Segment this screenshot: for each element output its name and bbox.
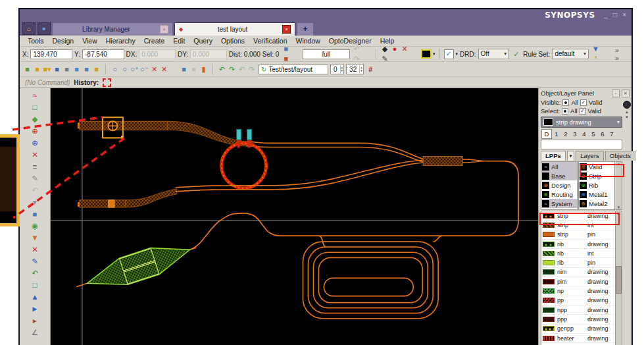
bookmark-icon[interactable]: ▮ bbox=[199, 65, 209, 74]
x-coordinate-field[interactable]: 139.470 bbox=[30, 49, 72, 59]
menu-item[interactable]: Tools bbox=[24, 36, 48, 45]
flip-v-tool-icon[interactable]: ▲ bbox=[30, 292, 40, 302]
pen-tool-icon[interactable]: ✎ bbox=[30, 256, 40, 267]
select-all-radio[interactable] bbox=[562, 108, 568, 115]
lpp-group-system[interactable]: ≈ System bbox=[541, 199, 577, 208]
snap-caret-icon[interactable]: ▾ bbox=[456, 51, 458, 57]
panel-left-icon[interactable]: ■ bbox=[179, 65, 189, 74]
copy-tool-icon[interactable]: □ bbox=[30, 280, 40, 290]
group-scrollbar[interactable]: ▲ ▼ bbox=[616, 161, 622, 210]
layer-row[interactable]: genpp drawing bbox=[541, 325, 615, 334]
port-tool-icon[interactable]: ⊕ bbox=[30, 126, 40, 136]
layer-row[interactable]: strip int bbox=[541, 221, 615, 230]
marker-icon[interactable]: ● bbox=[390, 44, 400, 54]
menu-item[interactable]: Hierarchy bbox=[102, 36, 139, 45]
lpp-filter-metal2[interactable]: ⊕ Metal2 bbox=[579, 199, 614, 208]
delete-tool-icon[interactable]: ✕ bbox=[30, 244, 40, 255]
polygon-tool-icon[interactable]: ◆ bbox=[30, 114, 40, 124]
depth-spinner[interactable]: 32 ▴▾ bbox=[346, 64, 364, 74]
array-tool-icon[interactable]: ⊕ bbox=[30, 138, 40, 148]
fit-tool-icon[interactable]: ✕ bbox=[30, 149, 40, 160]
minimize-button[interactable]: _ bbox=[605, 12, 608, 18]
rule-set-combo[interactable]: default ▾ bbox=[552, 49, 589, 59]
rail-down-icon[interactable]: ▼ bbox=[625, 115, 629, 119]
grid-icon[interactable]: # bbox=[366, 65, 376, 74]
new-tab-button[interactable]: + bbox=[297, 23, 313, 36]
layer-row[interactable]: strip pin bbox=[541, 230, 615, 240]
home-icon[interactable]: ⌂ bbox=[22, 22, 36, 35]
lpp-filter-strip[interactable]: ⊕ Strip bbox=[579, 171, 614, 180]
lpp-group-design[interactable]: ⊕ Design bbox=[541, 180, 577, 190]
panel-right-icon[interactable]: ■ bbox=[189, 65, 199, 74]
layer-row[interactable]: ppp drawing bbox=[541, 315, 615, 324]
tab-lpps[interactable]: LPPs bbox=[541, 151, 566, 161]
layer-row[interactable]: npp drawing bbox=[541, 305, 615, 315]
y-coordinate-field[interactable]: -87.540 bbox=[82, 49, 124, 59]
rect-tool-icon[interactable]: □ bbox=[30, 102, 40, 113]
hierarchy-level-spinner[interactable]: 0 ▴▾ bbox=[330, 64, 344, 74]
lpp-group-routing[interactable]: ⊕ Routing bbox=[541, 190, 577, 199]
display-level-button[interactable]: 2 bbox=[561, 130, 570, 138]
maximize-button[interactable]: □ bbox=[613, 12, 617, 18]
pick-tool-icon[interactable]: ◆ bbox=[380, 44, 390, 54]
active-layer-swatch[interactable]: ▾ bbox=[421, 49, 435, 59]
save-icon[interactable]: ■ bbox=[52, 65, 62, 74]
fit-selection-icon[interactable]: ✕ bbox=[400, 44, 410, 54]
tools-icon[interactable]: ■ bbox=[91, 65, 101, 74]
label-tool-icon[interactable]: ≡ bbox=[30, 161, 40, 172]
display-level-button[interactable]: D bbox=[541, 129, 552, 139]
zoom-in-icon[interactable]: ○⁺ bbox=[130, 65, 139, 74]
menu-item[interactable]: Query bbox=[189, 36, 216, 45]
print-icon[interactable]: ■ bbox=[62, 65, 72, 74]
display-level-button[interactable]: 3 bbox=[570, 130, 580, 138]
view-level-combo[interactable]: full bbox=[303, 49, 350, 59]
flip-h-tool-icon[interactable]: ► bbox=[30, 304, 40, 314]
lpps-dropdown-icon[interactable]: ▾ bbox=[567, 151, 575, 161]
select-table-icon[interactable]: ■ bbox=[281, 44, 291, 54]
display-level-button[interactable]: 6 bbox=[598, 130, 607, 138]
lpp-filter-input[interactable] bbox=[541, 140, 622, 149]
back-icon[interactable]: ↶ bbox=[237, 65, 247, 74]
menu-item[interactable]: Design bbox=[49, 36, 78, 45]
rotate-tool-icon[interactable]: ↶ bbox=[30, 268, 40, 279]
group-tool-icon[interactable]: ◉ bbox=[30, 221, 40, 231]
fit-all-icon[interactable]: ✕ bbox=[149, 65, 159, 74]
close-button[interactable]: × bbox=[622, 12, 626, 18]
open-menu-icon[interactable]: ■▾ bbox=[42, 65, 52, 74]
tab-close-icon[interactable]: × bbox=[282, 25, 291, 34]
layer-row[interactable]: heater drawing bbox=[541, 334, 615, 343]
layer-row[interactable]: np drawing bbox=[541, 286, 615, 296]
display-level-button[interactable]: 1 bbox=[552, 130, 561, 138]
lpp-group-base[interactable]: Base bbox=[541, 171, 577, 180]
zoom-icon[interactable]: ○ bbox=[110, 65, 120, 74]
tab-library-manager[interactable]: Library Manager × bbox=[53, 23, 172, 36]
new-window-icon[interactable]: ■ bbox=[82, 65, 91, 74]
line-tool-icon[interactable]: ✎ bbox=[30, 173, 40, 184]
tab-test-layout[interactable]: ◆ test layout × bbox=[174, 22, 295, 36]
lpp-group-all[interactable]: ≈ All bbox=[541, 162, 577, 171]
select-valid-checkbox[interactable]: ✓ bbox=[580, 108, 586, 115]
open-icon[interactable]: ■ bbox=[32, 65, 42, 74]
drd-mode-combo[interactable]: Off ▾ bbox=[478, 49, 510, 59]
layer-row[interactable]: pim drawing bbox=[541, 277, 615, 286]
move-tool-icon[interactable]: ≈ bbox=[30, 90, 40, 101]
visible-all-radio[interactable] bbox=[562, 99, 569, 106]
layer-row[interactable]: rib pin bbox=[541, 258, 615, 267]
layer-row[interactable]: strip drawing bbox=[541, 211, 615, 221]
layer-row[interactable]: nim drawing bbox=[541, 268, 615, 277]
redraw-icon[interactable]: ○ bbox=[169, 65, 179, 74]
menu-item[interactable]: Create bbox=[140, 36, 169, 45]
redo-icon[interactable]: ↷ bbox=[227, 65, 237, 74]
snap-checkbox[interactable]: ✓ bbox=[444, 49, 454, 59]
prev-view-icon[interactable]: ↶ bbox=[352, 44, 362, 54]
measure-tool-icon[interactable]: ∠ bbox=[30, 327, 40, 338]
menu-item[interactable]: Options bbox=[217, 36, 249, 45]
pin-tool-icon[interactable]: ▼ bbox=[30, 232, 40, 243]
visible-valid-checkbox[interactable]: ✓ bbox=[580, 99, 587, 106]
layer-scrollbar[interactable]: ▲ ▼ bbox=[615, 211, 622, 345]
prev-ghost-icon[interactable]: ↶ bbox=[30, 185, 40, 196]
zoom-select-icon[interactable]: ○ bbox=[120, 65, 130, 74]
tab-close-icon[interactable]: × bbox=[160, 25, 168, 34]
layout-canvas[interactable] bbox=[51, 88, 538, 345]
more-tools-icon[interactable]: ▾ bbox=[30, 197, 40, 207]
